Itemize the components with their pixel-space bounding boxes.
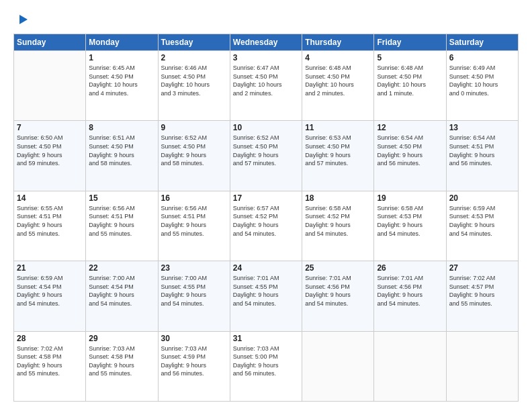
day-number: 15 [89, 193, 154, 203]
calendar-cell: 2Sunrise: 6:46 AM Sunset: 4:50 PM Daylig… [158, 51, 230, 121]
day-info: Sunrise: 7:02 AM Sunset: 4:58 PM Dayligh… [17, 345, 83, 378]
calendar-cell [446, 331, 518, 401]
svg-marker-0 [19, 15, 28, 24]
day-number: 1 [89, 53, 154, 62]
calendar-cell: 28Sunrise: 7:02 AM Sunset: 4:58 PM Dayli… [14, 331, 86, 401]
calendar-cell: 27Sunrise: 7:02 AM Sunset: 4:57 PM Dayli… [446, 261, 518, 331]
day-number: 19 [377, 193, 443, 203]
calendar-week-row: 14Sunrise: 6:55 AM Sunset: 4:51 PM Dayli… [14, 191, 519, 261]
day-info: Sunrise: 7:01 AM Sunset: 4:56 PM Dayligh… [305, 274, 371, 308]
day-info: Sunrise: 7:01 AM Sunset: 4:56 PM Dayligh… [377, 274, 443, 308]
weekday-header-sunday: Sunday [14, 34, 86, 51]
calendar-cell [374, 331, 446, 401]
calendar-cell: 14Sunrise: 6:55 AM Sunset: 4:51 PM Dayli… [14, 191, 86, 261]
calendar-cell: 6Sunrise: 6:49 AM Sunset: 4:50 PM Daylig… [446, 51, 518, 121]
day-info: Sunrise: 7:02 AM Sunset: 4:57 PM Dayligh… [449, 274, 515, 308]
day-number: 23 [161, 263, 227, 273]
calendar-cell: 4Sunrise: 6:48 AM Sunset: 4:50 PM Daylig… [302, 51, 374, 121]
day-info: Sunrise: 6:58 AM Sunset: 4:53 PM Dayligh… [377, 204, 443, 238]
logo [13, 12, 30, 27]
weekday-header-saturday: Saturday [446, 34, 518, 51]
calendar-cell: 13Sunrise: 6:54 AM Sunset: 4:51 PM Dayli… [446, 121, 518, 191]
day-number: 13 [449, 123, 515, 132]
day-info: Sunrise: 6:48 AM Sunset: 4:50 PM Dayligh… [377, 64, 443, 97]
day-info: Sunrise: 6:52 AM Sunset: 4:50 PM Dayligh… [233, 134, 299, 167]
day-info: Sunrise: 6:46 AM Sunset: 4:50 PM Dayligh… [161, 64, 227, 97]
day-number: 20 [449, 193, 515, 203]
day-number: 14 [17, 193, 83, 203]
calendar-cell: 25Sunrise: 7:01 AM Sunset: 4:56 PM Dayli… [302, 261, 374, 331]
calendar-cell: 22Sunrise: 7:00 AM Sunset: 4:54 PM Dayli… [86, 261, 158, 331]
day-number: 9 [161, 123, 227, 132]
day-info: Sunrise: 6:55 AM Sunset: 4:51 PM Dayligh… [17, 204, 83, 238]
calendar-week-row: 21Sunrise: 6:59 AM Sunset: 4:54 PM Dayli… [14, 261, 519, 331]
day-info: Sunrise: 6:54 AM Sunset: 4:51 PM Dayligh… [449, 134, 515, 167]
calendar-cell: 24Sunrise: 7:01 AM Sunset: 4:55 PM Dayli… [230, 261, 302, 331]
day-number: 2 [161, 53, 227, 62]
day-info: Sunrise: 6:52 AM Sunset: 4:50 PM Dayligh… [161, 134, 227, 167]
day-number: 8 [89, 123, 154, 132]
day-info: Sunrise: 6:54 AM Sunset: 4:50 PM Dayligh… [377, 134, 443, 167]
calendar-cell: 16Sunrise: 6:56 AM Sunset: 4:51 PM Dayli… [158, 191, 230, 261]
calendar-cell: 7Sunrise: 6:50 AM Sunset: 4:50 PM Daylig… [14, 121, 86, 191]
day-number: 3 [233, 53, 299, 62]
day-info: Sunrise: 6:50 AM Sunset: 4:50 PM Dayligh… [17, 134, 83, 167]
calendar-cell: 1Sunrise: 6:45 AM Sunset: 4:50 PM Daylig… [86, 51, 158, 121]
calendar-cell: 30Sunrise: 7:03 AM Sunset: 4:59 PM Dayli… [158, 331, 230, 401]
day-number: 5 [377, 53, 443, 62]
calendar-cell: 5Sunrise: 6:48 AM Sunset: 4:50 PM Daylig… [374, 51, 446, 121]
calendar-table: SundayMondayTuesdayWednesdayThursdayFrid… [13, 34, 519, 402]
day-info: Sunrise: 6:51 AM Sunset: 4:50 PM Dayligh… [89, 134, 154, 167]
weekday-header-row: SundayMondayTuesdayWednesdayThursdayFrid… [14, 34, 519, 51]
day-number: 30 [161, 334, 227, 343]
calendar-week-row: 28Sunrise: 7:02 AM Sunset: 4:58 PM Dayli… [14, 331, 519, 401]
day-number: 16 [161, 193, 227, 203]
logo-icon [14, 12, 29, 27]
day-info: Sunrise: 7:03 AM Sunset: 4:59 PM Dayligh… [161, 345, 227, 378]
calendar-cell: 17Sunrise: 6:57 AM Sunset: 4:52 PM Dayli… [230, 191, 302, 261]
day-number: 17 [233, 193, 299, 203]
calendar-cell: 10Sunrise: 6:52 AM Sunset: 4:50 PM Dayli… [230, 121, 302, 191]
day-info: Sunrise: 6:58 AM Sunset: 4:52 PM Dayligh… [305, 204, 371, 238]
calendar-cell: 12Sunrise: 6:54 AM Sunset: 4:50 PM Dayli… [374, 121, 446, 191]
page: SundayMondayTuesdayWednesdayThursdayFrid… [0, 0, 532, 411]
calendar-cell: 9Sunrise: 6:52 AM Sunset: 4:50 PM Daylig… [158, 121, 230, 191]
day-info: Sunrise: 6:49 AM Sunset: 4:50 PM Dayligh… [449, 64, 515, 97]
calendar-cell: 20Sunrise: 6:59 AM Sunset: 4:53 PM Dayli… [446, 191, 518, 261]
calendar-cell: 8Sunrise: 6:51 AM Sunset: 4:50 PM Daylig… [86, 121, 158, 191]
day-info: Sunrise: 6:48 AM Sunset: 4:50 PM Dayligh… [305, 64, 371, 97]
calendar-cell: 23Sunrise: 7:00 AM Sunset: 4:55 PM Dayli… [158, 261, 230, 331]
day-info: Sunrise: 7:01 AM Sunset: 4:55 PM Dayligh… [233, 274, 299, 308]
day-number: 26 [377, 263, 443, 273]
day-info: Sunrise: 7:03 AM Sunset: 4:58 PM Dayligh… [89, 345, 154, 378]
calendar-cell: 18Sunrise: 6:58 AM Sunset: 4:52 PM Dayli… [302, 191, 374, 261]
weekday-header-friday: Friday [374, 34, 446, 51]
calendar-cell: 29Sunrise: 7:03 AM Sunset: 4:58 PM Dayli… [86, 331, 158, 401]
calendar-cell: 19Sunrise: 6:58 AM Sunset: 4:53 PM Dayli… [374, 191, 446, 261]
day-number: 11 [305, 123, 371, 132]
day-number: 10 [233, 123, 299, 132]
day-number: 7 [17, 123, 83, 132]
day-number: 18 [305, 193, 371, 203]
day-info: Sunrise: 6:47 AM Sunset: 4:50 PM Dayligh… [233, 64, 299, 97]
weekday-header-monday: Monday [86, 34, 158, 51]
weekday-header-wednesday: Wednesday [230, 34, 302, 51]
day-info: Sunrise: 6:57 AM Sunset: 4:52 PM Dayligh… [233, 204, 299, 238]
day-number: 27 [449, 263, 515, 273]
day-number: 6 [449, 53, 515, 62]
day-info: Sunrise: 6:56 AM Sunset: 4:51 PM Dayligh… [161, 204, 227, 238]
day-info: Sunrise: 6:53 AM Sunset: 4:50 PM Dayligh… [305, 134, 371, 167]
calendar-cell: 26Sunrise: 7:01 AM Sunset: 4:56 PM Dayli… [374, 261, 446, 331]
calendar-week-row: 7Sunrise: 6:50 AM Sunset: 4:50 PM Daylig… [14, 121, 519, 191]
day-info: Sunrise: 7:03 AM Sunset: 5:00 PM Dayligh… [233, 345, 299, 378]
day-number: 24 [233, 263, 299, 273]
day-info: Sunrise: 7:00 AM Sunset: 4:54 PM Dayligh… [89, 274, 154, 308]
calendar-week-row: 1Sunrise: 6:45 AM Sunset: 4:50 PM Daylig… [14, 51, 519, 121]
day-number: 22 [89, 263, 154, 273]
calendar-cell [302, 331, 374, 401]
weekday-header-tuesday: Tuesday [158, 34, 230, 51]
day-number: 21 [17, 263, 83, 273]
day-number: 28 [17, 334, 83, 343]
calendar-cell: 31Sunrise: 7:03 AM Sunset: 5:00 PM Dayli… [230, 331, 302, 401]
calendar-cell: 15Sunrise: 6:56 AM Sunset: 4:51 PM Dayli… [86, 191, 158, 261]
